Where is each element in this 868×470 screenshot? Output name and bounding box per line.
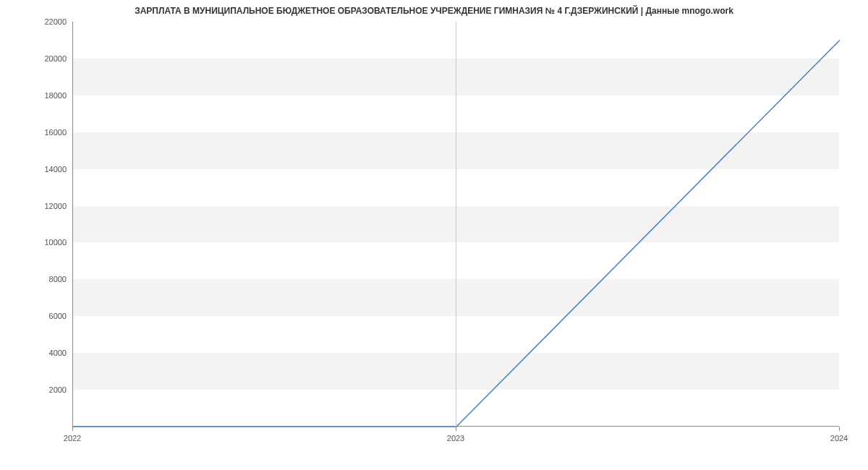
- y-tick-label: 16000: [9, 128, 67, 137]
- y-tick-label: 10000: [9, 238, 67, 247]
- x-tick-label: 2022: [64, 434, 81, 443]
- chart-title: ЗАРПЛАТА В МУНИЦИПАЛЬНОЕ БЮДЖЕТНОЕ ОБРАЗ…: [0, 6, 868, 16]
- y-tick-label: 6000: [9, 312, 67, 320]
- x-tick-label: 2024: [830, 434, 848, 443]
- y-tick-label: 22000: [9, 17, 67, 26]
- y-tick-label: 4000: [9, 349, 67, 357]
- x-grid-line: [456, 22, 456, 427]
- x-tick-mark: [456, 427, 456, 431]
- chart-container: ЗАРПЛАТА В МУНИЦИПАЛЬНОЕ БЮДЖЕТНОЕ ОБРАЗ…: [0, 0, 868, 470]
- y-tick-label: 20000: [9, 54, 67, 63]
- x-tick-mark: [72, 427, 73, 431]
- y-tick-label: 14000: [9, 165, 67, 174]
- y-tick-label: 8000: [9, 275, 67, 283]
- x-tick-mark: [839, 427, 840, 431]
- x-tick-label: 2023: [447, 434, 464, 443]
- series-line: [73, 40, 840, 427]
- y-tick-label: 12000: [9, 202, 67, 210]
- y-tick-label: 18000: [9, 91, 67, 100]
- y-tick-label: 2000: [9, 385, 67, 394]
